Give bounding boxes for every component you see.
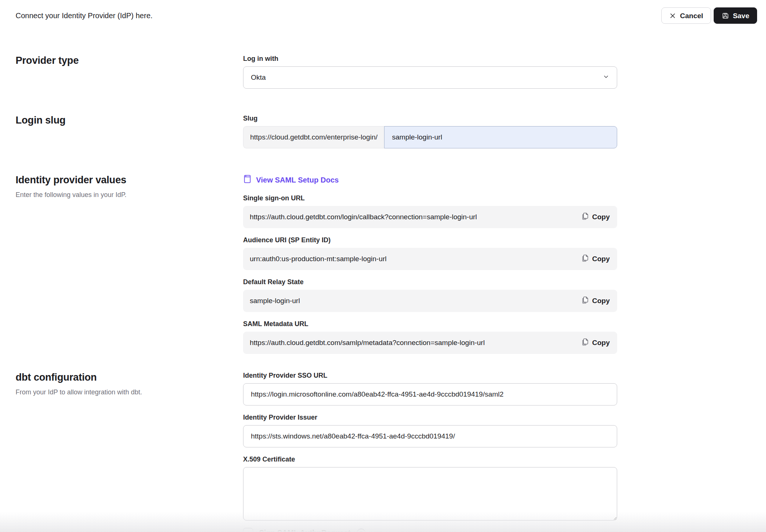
copy-icon xyxy=(582,254,589,264)
field-value: urn:auth0:us-production-mt:sample-login-… xyxy=(250,255,387,263)
settings-form: Provider type Log in with Okta Login slu… xyxy=(0,55,766,532)
section-login-slug: Login slug Slug https://cloud.getdbt.com… xyxy=(16,115,766,148)
save-label: Save xyxy=(733,12,749,19)
copy-icon xyxy=(582,296,589,306)
copy-button[interactable]: Copy xyxy=(578,335,614,351)
sign-saml-checkbox[interactable] xyxy=(243,528,253,532)
copy-icon xyxy=(582,212,589,222)
x509-certificate-group: X.509 Certificate xyxy=(243,456,617,520)
audience-uri-field-group: Audience URI (SP Entity ID) urn:auth0:us… xyxy=(243,236,617,270)
sign-authn-row: Sign SAML AuthnRequest ? xyxy=(243,528,617,532)
copy-button[interactable]: Copy xyxy=(578,293,614,309)
x509-certificate-label: X.509 Certificate xyxy=(243,456,617,463)
header-actions: Cancel Save xyxy=(661,7,757,24)
idp-issuer-input[interactable] xyxy=(243,425,617,447)
slug-input[interactable] xyxy=(384,126,617,148)
copy-label: Copy xyxy=(592,339,610,347)
idp-sso-url-input[interactable] xyxy=(243,383,617,405)
save-button[interactable]: Save xyxy=(714,7,757,24)
metadata-url-field-group: SAML Metadata URL https://auth.cloud.get… xyxy=(243,320,617,354)
readonly-field: https://auth.cloud.getdbt.com/login/call… xyxy=(243,206,617,228)
copy-icon xyxy=(582,338,589,348)
provider-select-value: Okta xyxy=(251,73,266,82)
relay-state-field-group: Default Relay State sample-login-url Cop… xyxy=(243,278,617,312)
x509-certificate-textarea[interactable] xyxy=(243,467,617,520)
sso-url-field-group: Single sign-on URL https://auth.cloud.ge… xyxy=(243,194,617,228)
idp-values-subtitle: Enter the following values in your IdP. xyxy=(16,191,243,199)
sign-saml-label: Sign SAML AuthnRequest xyxy=(259,529,351,532)
dbt-config-heading: dbt configuration xyxy=(16,372,243,383)
copy-label: Copy xyxy=(592,297,610,305)
page-title: Connect your Identity Provider (IdP) her… xyxy=(16,12,153,20)
readonly-field: https://auth.cloud.getdbt.com/samlp/meta… xyxy=(243,332,617,354)
field-label: Default Relay State xyxy=(243,278,617,286)
copy-button[interactable]: Copy xyxy=(578,209,614,225)
readonly-field: urn:auth0:us-production-mt:sample-login-… xyxy=(243,248,617,270)
close-icon xyxy=(669,12,676,19)
field-value: sample-login-url xyxy=(250,297,300,305)
field-label: SAML Metadata URL xyxy=(243,320,617,328)
login-slug-heading: Login slug xyxy=(16,115,243,126)
idp-sso-url-label: Identity Provider SSO URL xyxy=(243,372,617,380)
view-saml-docs-link[interactable]: View SAML Setup Docs xyxy=(243,174,339,185)
save-icon xyxy=(721,12,729,20)
section-provider-type: Provider type Log in with Okta xyxy=(16,55,766,89)
copy-label: Copy xyxy=(592,213,610,221)
provider-select[interactable]: Okta xyxy=(243,66,617,89)
login-with-label: Log in with xyxy=(243,55,617,63)
provider-type-heading: Provider type xyxy=(16,55,243,66)
copy-button[interactable]: Copy xyxy=(578,251,614,267)
field-value: https://auth.cloud.getdbt.com/login/call… xyxy=(250,213,477,221)
field-label: Audience URI (SP Entity ID) xyxy=(243,236,617,244)
docs-icon xyxy=(243,174,252,185)
slug-url-prefix: https://cloud.getdbt.com/enterprise-logi… xyxy=(243,126,384,148)
idp-sso-url-group: Identity Provider SSO URL xyxy=(243,372,617,405)
chevron-down-icon xyxy=(603,73,609,82)
readonly-field: sample-login-url Copy xyxy=(243,290,617,312)
docs-link-label: View SAML Setup Docs xyxy=(256,176,339,184)
idp-issuer-label: Identity Provider Issuer xyxy=(243,414,617,421)
section-idp-values: Identity provider values Enter the follo… xyxy=(16,174,766,354)
field-value: https://auth.cloud.getdbt.com/samlp/meta… xyxy=(250,339,485,347)
idp-values-heading: Identity provider values xyxy=(16,174,243,186)
field-label: Single sign-on URL xyxy=(243,194,617,202)
copy-label: Copy xyxy=(592,255,610,263)
slug-field: https://cloud.getdbt.com/enterprise-logi… xyxy=(243,126,617,148)
cancel-label: Cancel xyxy=(680,12,703,19)
dbt-config-subtitle: From your IdP to allow integration with … xyxy=(16,388,243,396)
cancel-button[interactable]: Cancel xyxy=(661,7,711,24)
topbar: Connect your Identity Provider (IdP) her… xyxy=(0,0,766,24)
slug-label: Slug xyxy=(243,115,617,122)
section-dbt-configuration: dbt configuration From your IdP to allow… xyxy=(16,372,766,532)
idp-issuer-group: Identity Provider Issuer xyxy=(243,414,617,447)
help-icon[interactable]: ? xyxy=(357,529,366,532)
